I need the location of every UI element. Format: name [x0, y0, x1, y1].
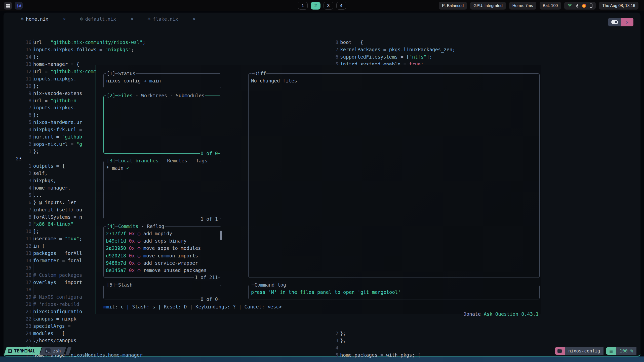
tab-close-icon[interactable]: ×: [193, 16, 195, 22]
line-number: 8: [4, 97, 31, 104]
indent-guide: [33, 206, 33, 213]
indent-guide: [39, 104, 39, 111]
clock[interactable]: Thu Aug 08, 18:16: [599, 2, 638, 10]
tab-close-icon[interactable]: ×: [63, 16, 66, 22]
workspace-button-1[interactable]: 1: [298, 2, 308, 10]
browser-orb-icon[interactable]: [582, 4, 586, 8]
tab-home.nix[interactable]: ❄home.nix×: [20, 16, 66, 22]
indent-guide: [33, 133, 33, 141]
line-number: 22: [4, 315, 31, 323]
line-number: 12: [4, 68, 31, 75]
terminal-app-button[interactable]: $W: [15, 2, 23, 10]
line-number: 8: [313, 39, 338, 46]
indent-guide: [39, 330, 39, 337]
lazygit-stash-panel[interactable]: [5]─Stash 0 of 0: [103, 285, 221, 299]
tab-close-icon[interactable]: ×: [131, 16, 133, 22]
line-number: 7: [313, 46, 338, 53]
battery-pill[interactable]: Bat: 100: [540, 2, 561, 10]
commit-row[interactable]: 9486b7d 0x ○ add service-wrapper: [106, 259, 221, 267]
indent-guide: [33, 337, 33, 344]
tab-default.nix[interactable]: ❄default.nix×: [79, 16, 134, 22]
lazygit-command-log-panel[interactable]: ─Command log press 'M' in the files pane…: [248, 285, 540, 299]
window-close-button[interactable]: ✕: [621, 18, 633, 26]
indent-guide: [33, 272, 33, 279]
color-column-ruler: [586, 39, 586, 340]
lazygit-branches-panel[interactable]: [3]─Local branches - Remotes - Tags * ma…: [103, 161, 221, 219]
commit-row[interactable]: d920218 0x ○ move common imports: [106, 252, 221, 259]
indent-guide: [33, 213, 33, 221]
indent-guide: [33, 308, 33, 315]
ask-question-link[interactable]: Ask Question: [484, 311, 518, 317]
nix-file-icon: ❄: [79, 16, 83, 22]
indent-guide: [39, 46, 39, 53]
indent-guide: [33, 97, 33, 104]
tab-label: default.nix: [85, 16, 116, 22]
phone-icon[interactable]: [590, 4, 592, 8]
commits-scrollbar[interactable]: [220, 231, 222, 240]
stash-count: 0 of 0: [200, 296, 218, 303]
window-toggle-button[interactable]: [608, 18, 621, 26]
commit-graph-icon: ○: [138, 231, 140, 236]
line-number: 7: [4, 104, 31, 111]
line-number: 11: [4, 75, 31, 82]
line-number: 4: [4, 184, 31, 192]
line-number: 6: [313, 53, 338, 61]
commit-row[interactable]: b49ef1d 0x ○ add sops binary: [106, 237, 221, 245]
lazygit-diff-panel[interactable]: ─Diff No changed files: [248, 73, 540, 278]
code-line: 6supportedFilesystems = ["ntfs"];: [313, 53, 640, 61]
workspace-button-2[interactable]: 2: [311, 2, 320, 10]
list-lines-icon: ≡: [609, 348, 613, 354]
workspace-button-4[interactable]: 4: [336, 2, 346, 10]
line-number: 3: [313, 337, 338, 344]
indent-guide: [45, 337, 45, 344]
indent-guide: [33, 119, 33, 126]
indent-guide: [33, 235, 33, 242]
commit-row[interactable]: 8e345a7 0x ○ remove unused packages: [106, 267, 221, 274]
code-line: 15inputs.nixpkgs.follows = "nixpkgs";: [4, 46, 313, 53]
commit-row[interactable]: 2717f2f 0x ○ add mopidy: [106, 230, 221, 237]
wifi-icon[interactable]: [568, 4, 572, 8]
code-line: 7kernelPackages = pkgs.linuxPackages_zen…: [313, 46, 640, 53]
lazygit-status-panel[interactable]: [1]─Status nixos-config → main: [103, 73, 221, 88]
files-count: 0 of 0: [200, 150, 218, 157]
line-number: 16: [4, 39, 31, 46]
line-number: 9: [4, 90, 31, 97]
nix-file-icon: ❄: [147, 16, 151, 22]
commit-list: 2717f2f 0x ○ add mopidyb49ef1d 0x ○ add …: [104, 227, 221, 274]
line-number: 1: [4, 148, 31, 155]
ping-pill[interactable]: Home: 7ms: [509, 2, 536, 10]
top-bar: $W 1234 P: Balanced GPU: Integrated Home…: [0, 0, 644, 11]
indent-guide: [33, 61, 33, 68]
shell-label: zsh: [53, 348, 61, 353]
line-number: 15: [4, 46, 31, 53]
command-log-content: press 'M' in the files panel to open 'gi…: [249, 285, 539, 296]
indent-guide: [39, 97, 39, 104]
indent-guide: [39, 39, 39, 46]
bluetooth-icon[interactable]: [576, 4, 579, 8]
indent-guide: [33, 264, 33, 272]
lazygit-commits-panel[interactable]: [4]─Commits - Reflog 2717f2f 0x ○ add mo…: [103, 226, 221, 278]
commit-row[interactable]: 2a23950 0x ○ move sops to modules: [106, 245, 221, 252]
app-launcher-button[interactable]: [4, 2, 12, 10]
indent-guide: [33, 75, 33, 82]
commit-graph-icon: ○: [138, 267, 140, 273]
power-profile-pill[interactable]: P: Balanced: [439, 2, 467, 10]
lazygit-files-panel[interactable]: [2]─Files - Worktrees - Submodules 0 of …: [103, 96, 221, 154]
shell-segment[interactable]: >_ zsh: [41, 347, 65, 355]
line-number: 6: [4, 199, 31, 206]
mode-label: TERMINAL: [14, 348, 35, 353]
donate-link[interactable]: Donate: [463, 311, 481, 317]
line-number: 3: [4, 133, 31, 141]
workspace-switcher: 1234: [298, 2, 346, 10]
code-line: 8boot = {: [313, 39, 640, 46]
tab-flake.nix[interactable]: ❄flake.nix×: [147, 16, 196, 22]
indent-guide: [33, 68, 33, 75]
workspace-button-3[interactable]: 3: [324, 2, 333, 10]
keybindings-hint: mmit: c | Stash: s | Reset: D | Keybindi…: [103, 303, 282, 310]
diff-content: No changed files: [249, 74, 539, 84]
indent-guide: [340, 46, 340, 53]
line-number: 4: [4, 126, 31, 133]
line-number: 25: [4, 337, 31, 344]
indent-guide: [33, 323, 33, 330]
gpu-pill[interactable]: GPU: Integrated: [470, 2, 506, 10]
